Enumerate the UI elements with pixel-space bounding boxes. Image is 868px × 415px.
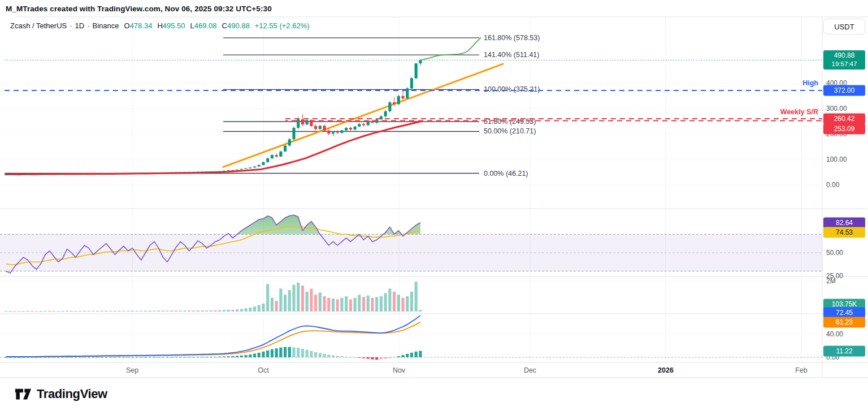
panel-separators	[0, 17, 868, 378]
symbol-legend: Zcash / TetherUS·1D·BinanceO478.34H495.5…	[10, 21, 310, 30]
badge-weekly-sr-a: 260.42	[823, 114, 865, 124]
time-label-sep: Sep	[126, 366, 138, 374]
time-label-feb: Feb	[795, 366, 808, 374]
scale-tick: 300.00	[826, 105, 847, 113]
time-label-2026: 2026	[658, 366, 674, 374]
badge-weekly-sr-b: 253.09	[823, 124, 865, 135]
open-value: 478.34	[130, 21, 153, 30]
badge-high-line: 372.00	[823, 85, 865, 96]
close-value: 490.88	[227, 21, 250, 30]
scale-tick: 100.00	[826, 156, 847, 163]
tradingview-chart-export: M_MTrades created with TradingView.com, …	[0, 0, 868, 415]
orange-trendline[interactable]	[223, 64, 503, 167]
macd-indicator	[5, 315, 422, 360]
scale-tick: 0.00	[826, 181, 839, 189]
svg-text:141.40% (511.41): 141.40% (511.41)	[484, 51, 539, 59]
high-letter: H	[157, 21, 162, 30]
legend-separator: ·	[87, 21, 89, 30]
symbol-name: Zcash / TetherUS	[10, 21, 67, 30]
volume-series	[5, 282, 422, 312]
legend-separator: ·	[70, 21, 72, 30]
chart-canvas[interactable]: 161.80% (578.53)141.40% (511.41)100.00% …	[0, 0, 868, 384]
badge-macd-slow: 61.23	[823, 317, 865, 327]
high-line-label: High	[802, 79, 818, 87]
close-letter: C	[222, 21, 227, 30]
scale-tick: 50.00	[826, 249, 843, 257]
rsi-band	[0, 234, 822, 271]
brand-name: TradingView	[37, 387, 107, 401]
tradingview-logo[interactable]: TradingView	[15, 387, 107, 401]
time-label-oct: Oct	[258, 366, 268, 374]
svg-text:161.80% (578.53): 161.80% (578.53)	[484, 34, 540, 42]
change-value: +12.55 (+2.62%)	[255, 21, 310, 30]
badge-rsi-ma-value: 74.53	[823, 227, 865, 238]
low-letter: L	[190, 21, 194, 30]
exchange-label: Binance	[93, 21, 119, 30]
badge-last-price: 490.8819:57:47	[823, 50, 865, 70]
currency-button[interactable]: USDT	[823, 19, 865, 34]
svg-text:50.00% (210.71): 50.00% (210.71)	[484, 127, 536, 135]
scale-tick: 2M	[826, 278, 836, 285]
svg-text:100.00% (375.21): 100.00% (375.21)	[484, 85, 540, 93]
interval-label: 1D	[75, 21, 85, 30]
svg-text:0.00% (46.21): 0.00% (46.21)	[484, 170, 528, 178]
low-value: 469.08	[194, 21, 217, 30]
red-moving-average	[6, 122, 421, 175]
scale-tick: 40.00	[826, 331, 843, 338]
weekly-sr-label: Weekly S/R	[780, 108, 818, 116]
time-label-nov: Nov	[393, 366, 405, 374]
tradingview-glyph	[15, 387, 32, 401]
svg-text:61.80% (249.53): 61.80% (249.53)	[484, 118, 536, 126]
badge-macd-hist: 11.22	[823, 345, 865, 356]
high-value: 495.50	[163, 21, 185, 30]
time-label-dec: Dec	[524, 366, 536, 374]
badge-rsi-value: 82.64	[823, 217, 865, 228]
projection-path[interactable]	[422, 37, 481, 60]
open-letter: O	[124, 21, 130, 30]
